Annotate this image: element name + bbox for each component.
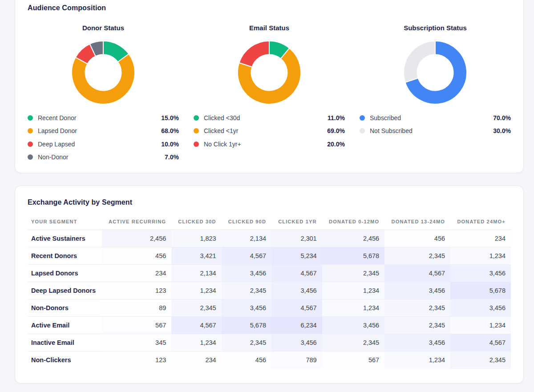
column-header-clicked-1yr: CLICKED 1YR (271, 214, 322, 230)
legend-item: Deep Lapsed10.0% (28, 137, 179, 151)
table-cell: 1,234 (384, 352, 450, 369)
legend-label: Not Subscribed (370, 127, 493, 134)
legend-value: 15.0% (161, 114, 179, 121)
table-cell: 2,456 (102, 230, 172, 247)
segment-name: Recent Donors (28, 247, 102, 265)
table-cell: 2,345 (171, 299, 221, 317)
table-cell: 6,234 (271, 317, 322, 334)
donut-slice-not-subscribed (404, 41, 435, 82)
table-cell: 2,134 (171, 265, 221, 282)
table-cell: 1,234 (171, 334, 221, 352)
legend-dot-icon (28, 154, 33, 160)
table-cell: 5,234 (271, 247, 322, 265)
legend-label: Lapsed Donor (38, 127, 161, 134)
legend-label: Recent Donor (38, 114, 161, 121)
table-row: Non-Clickers1232344567895671,2342,345 (28, 352, 511, 369)
table-cell: 234 (450, 230, 511, 247)
legend-item: Clicked <30d11.0% (194, 111, 345, 125)
table-cell: 3,456 (322, 317, 385, 334)
table-cell: 3,456 (222, 299, 271, 317)
legend-label: Clicked <1yr (204, 127, 327, 134)
column-header-donated-0-12mo: DONATED 0-12MO (322, 214, 385, 230)
table-cell: 4,567 (271, 299, 322, 317)
legend-item: Clicked <1yr69.0% (194, 125, 345, 138)
column-header-your-segment: YOUR SEGMENT (28, 214, 102, 230)
chart-title: Email Status (249, 24, 289, 32)
table-cell: 3,456 (271, 282, 322, 299)
table-cell: 5,678 (450, 282, 511, 299)
donut-chart (400, 37, 471, 108)
table-cell: 2,345 (222, 282, 271, 299)
table-cell: 4,567 (222, 247, 271, 265)
legend-item: No Click 1yr+20.0% (194, 137, 345, 151)
table-row: Active Sustainers2,4561,8232,1342,3012,4… (28, 230, 511, 247)
table-cell: 456 (384, 230, 450, 247)
table-cell: 2,345 (450, 352, 511, 369)
table-cell: 3,456 (271, 334, 322, 352)
segment-name: Active Sustainers (28, 230, 102, 247)
table-row: Deep Lapsed Donors1231,2342,3453,4561,23… (28, 282, 511, 299)
table-row: Non-Donors892,3453,4564,5671,2342,3453,4… (28, 299, 511, 317)
legend-label: Deep Lapsed (38, 141, 161, 148)
donut-chart (234, 37, 305, 108)
table-cell: 2,456 (322, 230, 385, 247)
table-cell: 3,456 (384, 334, 450, 352)
table-cell: 1,234 (450, 247, 511, 265)
column-header-clicked-90d: CLICKED 90D (222, 214, 271, 230)
table-cell: 1,234 (322, 282, 385, 299)
table-cell: 345 (102, 334, 172, 352)
column-header-active-recurring: ACTIVE RECURRING (102, 214, 172, 230)
segment-name: Active Email (28, 317, 102, 334)
table-cell: 2,345 (384, 317, 450, 334)
legend-item: Lapsed Donor68.0% (28, 125, 179, 138)
report-page: Audience Composition Donor StatusRecent … (0, 0, 534, 392)
legend-value: 7.0% (165, 154, 179, 161)
donut-slice-lapsed-donor (72, 54, 135, 104)
table-cell: 123 (102, 352, 172, 369)
table-cell: 789 (271, 352, 322, 369)
table-cell: 123 (102, 282, 172, 299)
table-cell: 3,456 (450, 265, 511, 282)
column-header-clicked-30d: CLICKED 30D (171, 214, 221, 230)
segment-name: Non-Clickers (28, 352, 102, 369)
table-cell: 234 (171, 352, 221, 369)
table-cell: 89 (102, 299, 172, 317)
table-cell: 2,345 (322, 334, 385, 352)
legend-item: Non-Donor7.0% (28, 151, 179, 164)
chart-legend: Recent Donor15.0%Lapsed Donor68.0%Deep L… (28, 111, 179, 164)
table-cell: 2,345 (222, 334, 271, 352)
audience-composition-card: Audience Composition Donor StatusRecent … (15, 0, 524, 173)
chart-title: Donor Status (82, 24, 124, 32)
legend-label: Subscribed (370, 114, 493, 121)
column-header-donated-13-24mo: DONATED 13-24MO (384, 214, 450, 230)
chart-legend: Subscribed70.0%Not Subscribed30.0% (360, 111, 511, 137)
legend-value: 30.0% (493, 127, 511, 134)
donut-slice-no-click-1yr- (239, 41, 269, 67)
legend-dot-icon (194, 115, 199, 121)
table-cell: 5,678 (222, 317, 271, 334)
table-header: YOUR SEGMENTACTIVE RECURRINGCLICKED 30DC… (28, 214, 511, 230)
legend-dot-icon (360, 128, 365, 133)
table-cell: 4,567 (271, 265, 322, 282)
chart-column-subscription-status: Subscription StatusSubscribed70.0%Not Su… (360, 19, 511, 164)
chart-title: Subscription Status (404, 24, 467, 32)
chart-legend: Clicked <30d11.0%Clicked <1yr69.0%No Cli… (194, 111, 345, 151)
table-cell: 4,567 (450, 334, 511, 352)
table-cell: 1,234 (171, 282, 221, 299)
table-cell: 4,567 (384, 265, 450, 282)
table-cell: 456 (222, 352, 271, 369)
segment-name: Inactive Email (28, 334, 102, 352)
table-row: Inactive Email3451,2342,3453,4562,3453,4… (28, 334, 511, 352)
table-cell: 3,421 (171, 247, 221, 265)
legend-label: Clicked <30d (204, 114, 328, 121)
table-cell: 3,456 (222, 265, 271, 282)
segment-name: Non-Donors (28, 299, 102, 317)
table-cell: 1,234 (322, 299, 385, 317)
exchange-activity-title: Exchange Activity by Segment (28, 198, 511, 206)
table-cell: 2,134 (222, 230, 271, 247)
table-row: Lapsed Donors2342,1343,4564,5672,3454,56… (28, 265, 511, 282)
legend-dot-icon (194, 141, 199, 147)
legend-value: 68.0% (161, 127, 179, 134)
table-cell: 5,678 (322, 247, 385, 265)
legend-value: 69.0% (327, 127, 345, 134)
